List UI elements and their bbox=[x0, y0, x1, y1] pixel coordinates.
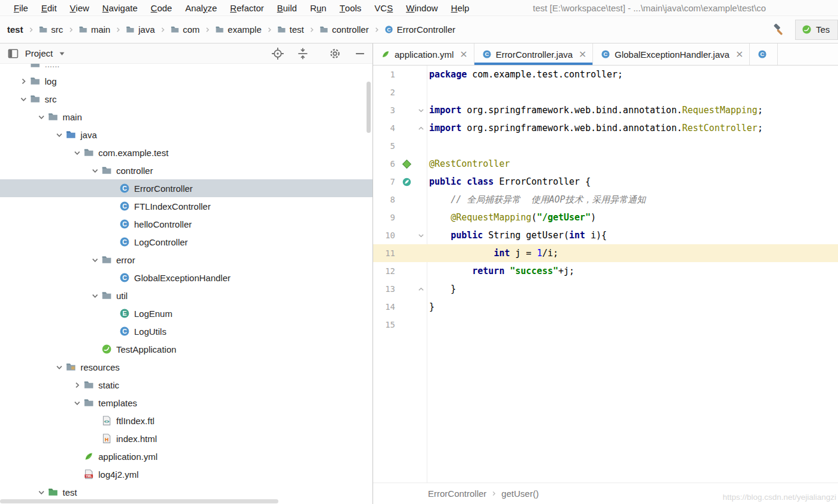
tree-item-logcontroller[interactable]: CLogController bbox=[0, 233, 373, 251]
line-number[interactable]: 11 bbox=[373, 248, 398, 258]
tab-globalexceptionhandler-java[interactable]: CGlobalExceptionHandler.java× bbox=[593, 43, 750, 65]
tree-item-ftlindexcontroller[interactable]: CFTLIndexController bbox=[0, 197, 373, 215]
tree-item-java[interactable]: java bbox=[0, 126, 373, 144]
line-number[interactable]: 3 bbox=[373, 105, 398, 115]
menu-run[interactable]: Run bbox=[303, 0, 333, 15]
line-number[interactable]: 9 bbox=[373, 213, 398, 222]
menu-help[interactable]: Help bbox=[445, 0, 476, 15]
project-view-caret-icon[interactable] bbox=[58, 49, 66, 58]
code-line-5[interactable]: 5 bbox=[373, 137, 838, 155]
line-number[interactable]: 6 bbox=[373, 159, 398, 169]
line-number[interactable]: 8 bbox=[373, 195, 398, 204]
breadcrumb-method[interactable]: getUser() bbox=[501, 489, 539, 499]
tree-item-testapplication[interactable]: TestApplication bbox=[0, 340, 373, 358]
code-line-13[interactable]: 13 } bbox=[373, 280, 838, 298]
build-hammer-icon[interactable] bbox=[772, 23, 786, 36]
code-line-9[interactable]: 9 @RequestMapping("/getUser") bbox=[373, 209, 838, 226]
code-line-6[interactable]: 6@RestController bbox=[373, 155, 838, 173]
code-editor[interactable]: 1package com.example.test.controller;23i… bbox=[373, 66, 838, 483]
code-line-14[interactable]: 14} bbox=[373, 298, 838, 316]
fold-marker-icon[interactable] bbox=[415, 125, 427, 132]
menu-view[interactable]: View bbox=[63, 0, 96, 15]
code-line-2[interactable]: 2 bbox=[373, 83, 838, 101]
fold-marker-icon[interactable] bbox=[415, 107, 427, 114]
code-line-4[interactable]: 4import org.springframework.web.bind.ann… bbox=[373, 119, 838, 137]
tree-item-logutils[interactable]: CLogUtils bbox=[0, 322, 373, 340]
line-number[interactable]: 15 bbox=[373, 320, 398, 329]
crumb-src[interactable]: src bbox=[38, 23, 64, 36]
tree-item-main[interactable]: main bbox=[0, 108, 373, 126]
crumb-example[interactable]: example bbox=[214, 23, 263, 36]
line-number[interactable]: 12 bbox=[373, 266, 398, 276]
tree-item-globalexceptionhandler[interactable]: CGlobalExceptionHandler bbox=[0, 269, 373, 287]
line-number[interactable]: 14 bbox=[373, 302, 398, 312]
horizontal-scrollbar[interactable] bbox=[0, 499, 278, 503]
crumb-test[interactable]: test bbox=[6, 23, 24, 36]
line-number[interactable]: 7 bbox=[373, 177, 398, 186]
code-line-3[interactable]: 3import org.springframework.web.bind.ann… bbox=[373, 101, 838, 119]
menu-analyze[interactable]: Analyze bbox=[179, 0, 224, 15]
chevron-right-icon[interactable] bbox=[70, 378, 83, 391]
crumb-controller[interactable]: controller bbox=[318, 23, 370, 36]
tree-item-com-example-test[interactable]: com.example.test bbox=[0, 144, 373, 161]
tree-item-logenum[interactable]: ELogEnum bbox=[0, 304, 373, 322]
tree-item-index-html[interactable]: Hindex.html bbox=[0, 430, 373, 447]
menu-refactor[interactable]: Refactor bbox=[224, 0, 271, 15]
tab-application-yml[interactable]: application.yml× bbox=[373, 43, 474, 65]
code-line-12[interactable]: 12 return "success"+j; bbox=[373, 262, 838, 280]
run-configuration-selector[interactable]: Tes bbox=[795, 20, 838, 40]
line-number[interactable]: 1 bbox=[373, 70, 398, 79]
tree-item-item[interactable]: ...... bbox=[0, 64, 373, 72]
close-tab-icon[interactable]: × bbox=[460, 49, 467, 59]
line-number[interactable]: 5 bbox=[373, 141, 398, 151]
collapse-all-icon[interactable] bbox=[296, 47, 309, 60]
chevron-down-icon[interactable] bbox=[88, 289, 101, 302]
menu-vcs[interactable]: VCS bbox=[368, 0, 399, 15]
chevron-down-icon[interactable] bbox=[52, 360, 66, 374]
tree-item-util[interactable]: util bbox=[0, 287, 373, 304]
code-line-11[interactable]: 11 int j = 1/i; bbox=[373, 244, 838, 262]
tab-errorcontroller-java[interactable]: CErrorController.java× bbox=[474, 43, 594, 65]
settings-gear-icon[interactable] bbox=[328, 47, 342, 60]
tree-item-hellocontroller[interactable]: ChelloController bbox=[0, 215, 373, 233]
menu-build[interactable]: Build bbox=[271, 0, 303, 15]
crumb-errorcontroller[interactable]: CErrorController bbox=[383, 23, 457, 36]
menu-tools[interactable]: Tools bbox=[333, 0, 368, 15]
close-tab-icon[interactable]: × bbox=[579, 49, 586, 59]
line-number[interactable]: 2 bbox=[373, 88, 398, 97]
menu-window[interactable]: Window bbox=[399, 0, 444, 15]
crumb-main[interactable]: main bbox=[77, 23, 112, 36]
menu-navigate[interactable]: Navigate bbox=[96, 0, 144, 15]
tree-item-resources[interactable]: resources bbox=[0, 358, 373, 376]
locate-file-icon[interactable] bbox=[271, 47, 284, 60]
chevron-down-icon[interactable] bbox=[70, 396, 83, 409]
tree-item-ftlindex-ftl[interactable]: <>ftlIndex.ftl bbox=[0, 412, 373, 430]
code-line-15[interactable]: 15 bbox=[373, 316, 838, 334]
tree-item-src[interactable]: src bbox=[0, 90, 373, 108]
crumb-test[interactable]: test bbox=[276, 23, 305, 36]
fold-marker-icon[interactable] bbox=[415, 286, 427, 293]
close-tab-icon[interactable]: × bbox=[735, 49, 743, 59]
spring-bean-leaf-gutter-icon[interactable] bbox=[398, 177, 415, 187]
chevron-down-icon[interactable] bbox=[35, 486, 48, 499]
menu-code[interactable]: Code bbox=[144, 0, 179, 15]
breadcrumb-class[interactable]: ErrorController bbox=[428, 489, 486, 499]
tree-item-log4j2-yml[interactable]: YMLlog4j2.yml bbox=[0, 465, 373, 483]
tab-partial[interactable]: C bbox=[750, 43, 778, 65]
code-line-7[interactable]: 7public class ErrorController { bbox=[373, 173, 838, 191]
chevron-down-icon[interactable] bbox=[17, 92, 30, 105]
code-line-10[interactable]: 10 public String getUser(int i){ bbox=[373, 226, 838, 244]
vertical-scrollbar[interactable] bbox=[367, 82, 371, 133]
tree-item-error[interactable]: error bbox=[0, 251, 373, 269]
tree-item-log[interactable]: log bbox=[0, 72, 373, 90]
chevron-down-icon[interactable] bbox=[70, 146, 83, 159]
fold-marker-icon[interactable] bbox=[415, 232, 427, 239]
hide-panel-icon[interactable] bbox=[353, 47, 367, 60]
tree-item-templates[interactable]: templates bbox=[0, 394, 373, 412]
crumb-java[interactable]: java bbox=[125, 23, 156, 36]
code-line-1[interactable]: 1package com.example.test.controller; bbox=[373, 66, 838, 83]
tree-item-controller[interactable]: controller bbox=[0, 161, 373, 179]
tree-item-application-yml[interactable]: application.yml bbox=[0, 447, 373, 465]
code-line-8[interactable]: 8 // 全局捕获异常 使用AOP技术，采用异常通知 bbox=[373, 191, 838, 209]
chevron-down-icon[interactable] bbox=[88, 164, 101, 177]
